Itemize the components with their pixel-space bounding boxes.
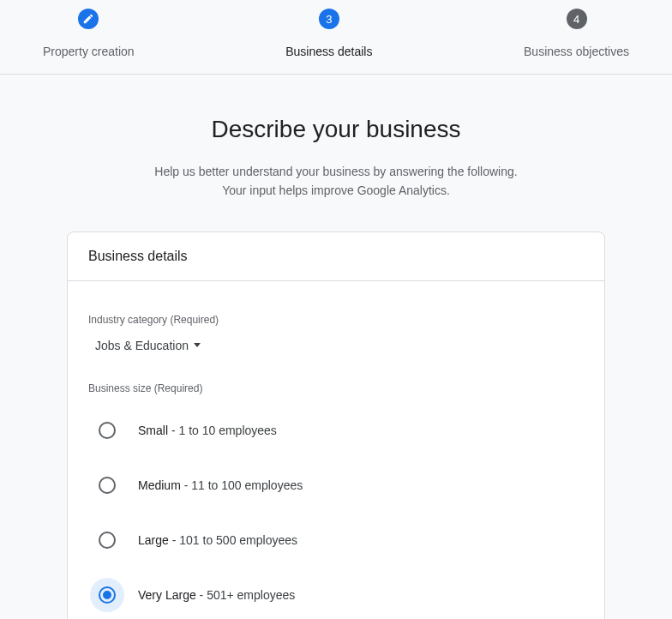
radio-desc: - 11 to 100 employees xyxy=(181,478,303,492)
size-radio-group: Small - 1 to 10 employeesMedium - 11 to … xyxy=(88,406,584,619)
step-circle-completed xyxy=(78,9,99,29)
page-title: Describe your business xyxy=(0,116,672,143)
radio-label: Large - 101 to 500 employees xyxy=(138,533,297,547)
radio-icon xyxy=(99,477,116,494)
step-property-creation[interactable]: Property creation xyxy=(43,9,135,58)
radio-desc: - 1 to 10 employees xyxy=(168,424,277,437)
radio-label: Small - 1 to 10 employees xyxy=(138,424,277,437)
step-business-details[interactable]: 3 Business details xyxy=(285,9,372,58)
radio-icon xyxy=(99,532,116,549)
size-option-very-large[interactable]: Very Large - 501+ employees xyxy=(88,571,584,619)
step-circle-active: 3 xyxy=(319,9,339,29)
size-label: Business size (Required) xyxy=(88,382,584,394)
radio-name: Very Large xyxy=(138,588,196,602)
radio-desc: - 501+ employees xyxy=(196,588,296,602)
radio-icon xyxy=(99,422,116,439)
page-subtext: Help us better understand your business … xyxy=(0,162,672,201)
pencil-icon xyxy=(82,13,94,25)
industry-dropdown[interactable]: Jobs & Education xyxy=(88,339,207,352)
step-label: Business details xyxy=(285,45,372,58)
radio-halo xyxy=(90,578,124,612)
size-option-small[interactable]: Small - 1 to 10 employees xyxy=(88,406,584,454)
radio-label: Very Large - 501+ employees xyxy=(138,588,295,602)
page-heading: Describe your business xyxy=(0,116,672,143)
caret-down-icon xyxy=(194,343,201,347)
radio-label: Medium - 11 to 100 employees xyxy=(138,478,303,492)
radio-name: Large xyxy=(138,533,169,547)
radio-name: Small xyxy=(138,424,168,437)
industry-value: Jobs & Education xyxy=(95,339,189,352)
subtext-line: Help us better understand your business … xyxy=(0,162,672,181)
step-circle-future: 4 xyxy=(567,9,587,29)
radio-desc: - 101 to 500 employees xyxy=(169,533,297,547)
step-label: Business objectives xyxy=(524,45,629,58)
card-title: Business details xyxy=(68,232,604,281)
stepper: Property creation 3 Business details 4 B… xyxy=(0,0,672,75)
industry-label: Industry category (Required) xyxy=(88,314,584,326)
subtext-line: Your input helps improve Google Analytic… xyxy=(0,181,672,200)
step-label: Property creation xyxy=(43,45,135,58)
business-details-card: Business details Industry category (Requ… xyxy=(67,231,605,619)
step-business-objectives[interactable]: 4 Business objectives xyxy=(524,9,629,58)
size-option-medium[interactable]: Medium - 11 to 100 employees xyxy=(88,461,584,509)
size-option-large[interactable]: Large - 101 to 500 employees xyxy=(88,516,584,564)
radio-name: Medium xyxy=(138,478,181,492)
